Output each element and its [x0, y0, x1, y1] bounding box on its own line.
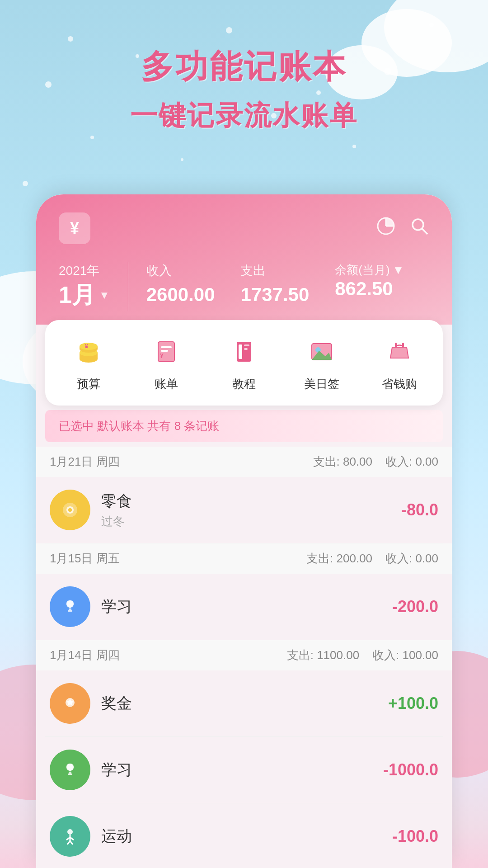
expense-stat: 支出 1737.50 [240, 262, 335, 306]
date-header-jan15: 1月15日 周五 支出: 200.00 收入: 0.00 [36, 543, 452, 574]
tutorial-icon [226, 334, 262, 370]
study2-amount: -1000.0 [383, 760, 438, 779]
balance-dropdown-arrow: ▼ [393, 263, 404, 277]
balance-value: 862.50 [335, 278, 429, 300]
transaction-snack[interactable]: 零食 过冬 -80.0 [45, 477, 443, 543]
month-dropdown-arrow: ▼ [99, 289, 110, 302]
stats-row: 2021年 1月 ▼ 收入 2600.00 支出 1737.50 余额(当月) [59, 262, 429, 311]
study1-amount: -200.0 [392, 597, 438, 616]
bonus-amount: +100.0 [388, 694, 438, 713]
month-label: 1月 ▼ [59, 279, 110, 311]
snack-icon [50, 490, 90, 530]
svg-line-43 [70, 841, 73, 844]
bonus-icon [50, 683, 90, 724]
menu-item-shop[interactable]: 省钱购 [381, 334, 418, 392]
transaction-list: 已选中 默认账本 共有 8 条记账 1月21日 周四 支出: 80.00 收入:… [36, 410, 452, 868]
quick-menu: ¥ 预算 ¥ 账单 [45, 320, 443, 406]
selected-book-bar: 已选中 默认账本 共有 8 条记账 [45, 410, 443, 442]
app-header: ¥ [36, 194, 452, 325]
date-summary-jan14: 支出: 1100.00 收入: 100.00 [287, 647, 438, 663]
svg-rect-15 [161, 350, 168, 352]
title-line1: 多功能记账本 [0, 45, 488, 89]
tutorial-label: 教程 [232, 376, 256, 392]
transaction-exercise[interactable]: 运动 -100.0 [45, 803, 443, 868]
bill-icon: ¥ [148, 334, 184, 370]
app-card: ¥ [36, 194, 452, 868]
budget-label: 预算 [77, 376, 100, 392]
menu-item-tutorial[interactable]: 教程 [226, 334, 262, 392]
shop-icon [381, 334, 418, 370]
balance-stat: 余额(当月) ▼ 862.50 [335, 262, 429, 300]
date-header-jan21: 1月21日 周四 支出: 80.00 收入: 0.00 [36, 447, 452, 477]
bill-label: 账单 [155, 376, 178, 392]
svg-point-29 [68, 508, 72, 512]
transaction-study2[interactable]: 学习 -1000.0 [45, 737, 443, 803]
menu-item-bill[interactable]: ¥ 账单 [148, 334, 184, 392]
expense-value: 1737.50 [240, 284, 335, 306]
svg-point-3 [413, 219, 423, 230]
svg-point-38 [67, 829, 73, 835]
app-logo: ¥ [59, 212, 90, 244]
snack-info: 零食 过冬 [101, 491, 401, 529]
expense-label: 支出 [240, 262, 335, 279]
chart-icon[interactable] [376, 216, 396, 241]
date-label-jan14: 1月14日 周四 [50, 647, 120, 663]
svg-line-4 [422, 229, 427, 234]
transaction-bonus[interactable]: 奖金 +100.0 [45, 670, 443, 737]
menu-item-diary[interactable]: 美日签 [304, 334, 340, 392]
study1-info: 学习 [101, 596, 392, 617]
svg-text:¥: ¥ [85, 343, 88, 349]
budget-icon: ¥ [70, 334, 107, 370]
income-stat: 收入 2600.00 [146, 262, 241, 306]
study2-icon [50, 750, 90, 790]
exercise-icon [50, 816, 90, 857]
bonus-name: 奖金 [101, 693, 388, 714]
snack-note: 过冬 [101, 514, 401, 529]
study2-info: 学习 [101, 760, 383, 780]
header-top-bar: ¥ [59, 212, 429, 244]
income-label: 收入 [146, 262, 241, 279]
menu-item-budget[interactable]: ¥ 预算 [70, 334, 107, 392]
income-value: 2600.00 [146, 284, 241, 306]
year-label: 2021年 [59, 262, 110, 279]
title-area: 多功能记账本 一键记录流水账单 [0, 45, 488, 134]
diary-icon [304, 334, 340, 370]
svg-rect-25 [395, 343, 397, 347]
bonus-info: 奖金 [101, 693, 388, 714]
study2-name: 学习 [101, 760, 383, 780]
logo-symbol: ¥ [70, 219, 79, 238]
search-icon[interactable] [409, 216, 429, 241]
svg-rect-26 [402, 343, 404, 347]
study1-icon [50, 586, 90, 627]
shop-label: 省钱购 [382, 376, 417, 392]
date-label-jan15: 1月15日 周五 [50, 551, 120, 566]
svg-rect-37 [68, 774, 72, 775]
exercise-info: 运动 [101, 826, 392, 847]
diary-label: 美日签 [304, 376, 339, 392]
snack-amount: -80.0 [401, 500, 438, 519]
title-line2: 一键记录流水账单 [0, 98, 488, 134]
date-label-jan21: 1月21日 周四 [50, 454, 120, 470]
svg-rect-36 [69, 772, 71, 774]
svg-rect-18 [239, 344, 242, 359]
header-icons [376, 216, 429, 241]
svg-rect-31 [69, 609, 71, 610]
svg-text:¥: ¥ [160, 352, 164, 359]
svg-rect-20 [244, 348, 248, 350]
date-summary-jan15: 支出: 200.00 收入: 0.00 [306, 551, 438, 566]
date-summary-jan21: 支出: 80.00 收入: 0.00 [313, 454, 438, 470]
date-stat[interactable]: 2021年 1月 ▼ [59, 262, 128, 311]
exercise-name: 运动 [101, 826, 392, 847]
study1-name: 学习 [101, 596, 392, 617]
svg-rect-32 [68, 610, 72, 612]
balance-label: 余额(当月) ▼ [335, 262, 429, 278]
transaction-study1[interactable]: 学习 -200.0 [45, 574, 443, 640]
snack-name: 零食 [101, 491, 401, 512]
svg-rect-19 [244, 344, 249, 346]
date-header-jan14: 1月14日 周四 支出: 1100.00 收入: 100.00 [36, 640, 452, 670]
exercise-amount: -100.0 [392, 827, 438, 846]
svg-rect-14 [161, 346, 172, 348]
svg-point-10 [80, 343, 98, 350]
